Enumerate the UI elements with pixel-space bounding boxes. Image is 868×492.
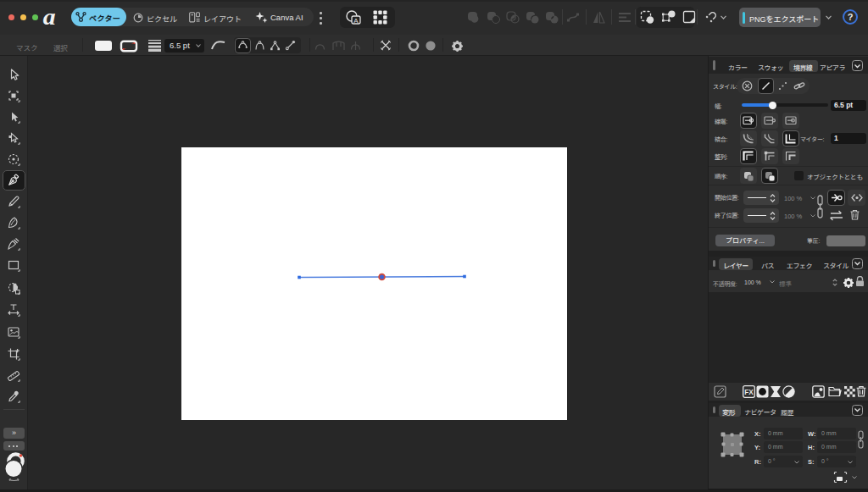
svg-text:FX: FX [744, 389, 754, 396]
svg-text:A: A [353, 17, 359, 25]
